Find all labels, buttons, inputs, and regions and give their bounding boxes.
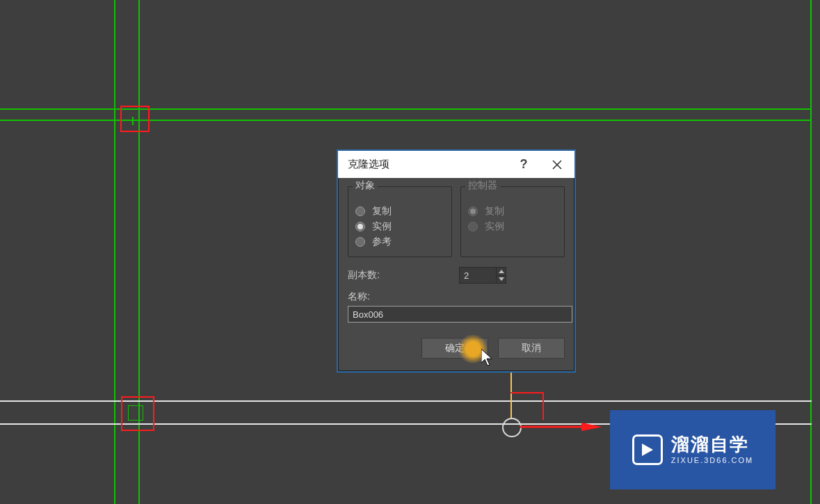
name-row: 名称: (348, 291, 565, 323)
clone-options-dialog: 克隆选项 ? 对象 复制 实例 (337, 149, 576, 373)
object-group: 对象 复制 实例 参考 (348, 186, 452, 257)
axis-x[interactable] (520, 423, 598, 431)
reference-line (114, 0, 115, 504)
reference-line (138, 0, 140, 504)
spinner-down[interactable] (496, 276, 506, 284)
dialog-title: 克隆选项 (348, 158, 389, 171)
reference-line (0, 120, 812, 121)
radio-controller-instance: 实例 (468, 220, 557, 233)
copies-spinner[interactable] (459, 267, 506, 284)
copies-input[interactable] (460, 268, 496, 283)
radio-icon (355, 222, 365, 231)
play-icon (632, 434, 663, 465)
reference-line (132, 117, 134, 125)
cancel-button[interactable]: 取消 (498, 338, 565, 359)
controller-group-label: 控制器 (465, 179, 500, 192)
close-icon (552, 160, 562, 170)
reference-line (810, 0, 812, 504)
name-label: 名称: (348, 291, 565, 303)
radio-copy-label: 复制 (372, 205, 392, 218)
radio-instance-label: 实例 (372, 220, 392, 233)
reference-line (0, 108, 812, 110)
radio-copy[interactable]: 复制 (355, 205, 444, 218)
copies-row: 副本数: (348, 267, 565, 284)
chevron-up-icon (499, 270, 504, 273)
vertex-marker (128, 405, 143, 421)
close-button[interactable] (548, 156, 566, 174)
radio-controller-copy: 复制 (468, 205, 557, 218)
chevron-down-icon (499, 277, 504, 281)
svg-marker-7 (642, 444, 653, 456)
svg-marker-5 (499, 277, 504, 281)
ok-button[interactable]: 确定 (421, 338, 488, 359)
logo-main-text: 溜溜自学 (671, 435, 749, 453)
cancel-button-label: 取消 (522, 342, 541, 355)
watermark-logo: 溜溜自学 ZIXUE.3D66.COM (610, 410, 775, 489)
svg-marker-1 (581, 423, 602, 431)
spinner-up[interactable] (496, 268, 506, 276)
dialog-titlebar[interactable]: 克隆选项 ? (338, 151, 574, 178)
radio-icon (355, 206, 365, 216)
radio-controller-instance-label: 实例 (485, 220, 504, 233)
radio-icon (468, 222, 478, 231)
name-input[interactable] (348, 306, 572, 323)
controller-group: 控制器 复制 实例 (460, 186, 565, 257)
radio-controller-copy-label: 复制 (485, 205, 504, 218)
axis-xz-frame[interactable] (511, 392, 544, 420)
logo-sub-text: ZIXUE.3D66.COM (671, 456, 753, 464)
svg-marker-4 (499, 270, 504, 273)
radio-instance[interactable]: 实例 (355, 220, 444, 233)
radio-icon (468, 206, 478, 216)
help-button[interactable]: ? (515, 156, 533, 174)
help-icon: ? (520, 157, 528, 172)
object-group-label: 对象 (353, 179, 378, 192)
ok-button-label: 确定 (445, 342, 465, 355)
copies-label: 副本数: (348, 269, 459, 282)
gizmo-origin[interactable] (502, 418, 522, 437)
radio-icon (355, 237, 365, 247)
radio-reference-label: 参考 (372, 236, 392, 248)
selection-edge (0, 400, 812, 402)
radio-reference[interactable]: 参考 (355, 236, 444, 248)
